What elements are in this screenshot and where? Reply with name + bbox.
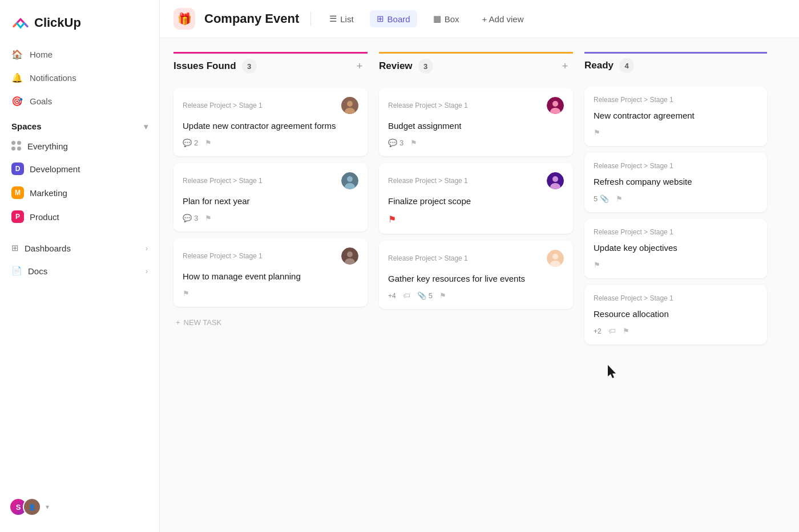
flag-stat: ⚑ <box>205 139 212 147</box>
card-stage: Release Project > Stage 1 <box>594 228 673 236</box>
tab-board[interactable]: ⊞ Board <box>370 10 417 27</box>
sidebar: ClickUp 🏠 Home 🔔 Notifications 🎯 Goals S… <box>0 0 160 532</box>
docs-icon: 📄 <box>11 266 22 276</box>
docs-arrow-icon: › <box>146 267 148 275</box>
sidebar-item-everything[interactable]: Everything <box>5 136 155 156</box>
clickup-logo-icon <box>11 14 30 32</box>
sidebar-sections: ⊞ Dashboards › 📄 Docs › <box>0 233 159 282</box>
sidebar-item-development[interactable]: D Development <box>5 157 155 180</box>
new-task-button[interactable]: + NEW TASK <box>173 314 368 331</box>
flag-red-icon: ⚑ <box>388 214 396 225</box>
flag-stat: ⚑ <box>594 128 600 137</box>
column-issues: Issues Found 3 + Release Project > Stage… <box>173 52 368 518</box>
goals-icon: 🎯 <box>11 96 23 107</box>
everything-icon <box>11 141 22 151</box>
card-budget-assignment[interactable]: Release Project > Stage 1 Budget assignm… <box>379 88 573 156</box>
issues-add-button[interactable]: + <box>352 58 368 74</box>
avatar <box>547 172 564 189</box>
add-view-label: + Add view <box>482 14 524 24</box>
chevron-down-icon: ▾ <box>144 122 148 131</box>
card-plan-next-year[interactable]: Release Project > Stage 1 Plan for next … <box>173 163 368 232</box>
comment-icon: 💬 <box>183 139 192 147</box>
paperclip-icon: 📎 <box>600 194 609 203</box>
sidebar-item-product[interactable]: P Product <box>5 205 155 228</box>
card-meta: Release Project > Stage 1 <box>183 172 358 189</box>
sidebar-notifications-label: Notifications <box>30 73 76 83</box>
review-add-button[interactable]: + <box>557 58 573 74</box>
card-stage: Release Project > Stage 1 <box>388 254 468 262</box>
avatar <box>547 250 564 267</box>
home-icon: 🏠 <box>11 49 23 60</box>
sidebar-nav: 🏠 Home 🔔 Notifications 🎯 Goals <box>0 43 159 112</box>
card-title: Gather key resources for live events <box>388 273 564 285</box>
chevron-down-small-icon: ▾ <box>46 503 49 511</box>
flag-stat: ⚑ <box>205 214 212 222</box>
sidebar-item-goals[interactable]: 🎯 Goals <box>5 90 155 112</box>
card-finalize-scope[interactable]: Release Project > Stage 1 Finalize proje… <box>379 163 573 234</box>
tab-box[interactable]: ▦ Box <box>426 10 466 27</box>
card-title: Budget assignment <box>388 120 564 132</box>
card-title: Resource allocation <box>594 308 758 320</box>
card-stage: Release Project > Stage 1 <box>183 101 263 109</box>
card-footer: ⚑ <box>594 261 758 269</box>
sidebar-item-home[interactable]: 🏠 Home <box>5 43 155 66</box>
spaces-header[interactable]: Spaces ▾ <box>0 112 159 136</box>
card-footer: 💬 2 ⚑ <box>183 139 358 147</box>
card-resource-allocation[interactable]: Release Project > Stage 1 Resource alloc… <box>584 285 767 344</box>
project-title: Company Event <box>204 11 299 26</box>
avatar <box>341 97 358 114</box>
extra-count-stat: +2 <box>594 327 602 335</box>
user-avatar-img <box>341 97 358 114</box>
main-content: 🎁 Company Event ☰ List ⊞ Board ▦ Box + A… <box>160 0 799 532</box>
tab-list[interactable]: ☰ List <box>322 10 360 27</box>
card-refresh-website[interactable]: Release Project > Stage 1 Refresh compan… <box>584 153 767 212</box>
avatar <box>341 247 358 265</box>
review-title: Review <box>379 60 413 72</box>
comment-icon: 💬 <box>183 214 192 222</box>
sidebar-item-docs[interactable]: 📄 Docs › <box>5 260 155 282</box>
logo[interactable]: ClickUp <box>0 9 159 43</box>
flag-icon: ⚑ <box>183 289 189 298</box>
flag-stat: ⚑ <box>439 291 446 300</box>
flag-icon: ⚑ <box>410 139 417 147</box>
dashboards-icon: ⊞ <box>11 243 19 253</box>
card-footer: 5 📎 ⚑ <box>594 194 758 203</box>
avatar-group: S 👤 <box>9 498 41 516</box>
card-update-contractor[interactable]: Release Project > Stage 1 Update new con… <box>173 88 368 156</box>
flag-stat: ⚑ <box>623 327 629 335</box>
marketing-label: Marketing <box>30 188 67 198</box>
avatar-secondary: 👤 <box>23 498 41 516</box>
comment-stat: 💬 2 <box>183 139 198 147</box>
header-divider <box>310 12 311 26</box>
board-icon: ⊞ <box>377 14 384 24</box>
sidebar-item-dashboards[interactable]: ⊞ Dashboards › <box>5 237 155 259</box>
card-new-contractor-agreement[interactable]: Release Project > Stage 1 New contractor… <box>584 87 767 146</box>
flag-icon: ⚑ <box>623 327 629 335</box>
sidebar-item-marketing[interactable]: M Marketing <box>5 181 155 204</box>
card-meta: Release Project > Stage 1 <box>388 172 564 189</box>
box-label: Box <box>445 14 459 24</box>
extra-count-stat: +4 <box>388 292 396 300</box>
card-meta: Release Project > Stage 1 <box>594 162 758 170</box>
spaces-list: Everything D Development M Marketing P P… <box>0 136 159 228</box>
flag-icon: ⚑ <box>205 214 212 222</box>
card-title: Plan for next year <box>183 195 358 207</box>
column-header-ready: Ready 4 <box>584 52 767 80</box>
project-icon: 🎁 <box>173 8 195 30</box>
sidebar-footer[interactable]: S 👤 ▾ <box>0 491 159 523</box>
card-gather-resources[interactable]: Release Project > Stage 1 Gather key res… <box>379 241 573 309</box>
sidebar-home-label: Home <box>30 50 53 59</box>
user-avatar-img <box>547 172 564 189</box>
avatar <box>341 172 358 189</box>
sidebar-item-notifications[interactable]: 🔔 Notifications <box>5 67 155 89</box>
card-update-objectives[interactable]: Release Project > Stage 1 Update key obj… <box>584 219 767 278</box>
avatar <box>547 97 564 114</box>
card-stage: Release Project > Stage 1 <box>594 294 673 302</box>
add-view-button[interactable]: + Add view <box>475 11 531 27</box>
card-footer: +4 🏷 📎 5 ⚑ <box>388 291 564 300</box>
flag-icon: ⚑ <box>205 139 212 147</box>
product-icon: P <box>11 210 24 223</box>
card-manage-event[interactable]: Release Project > Stage 1 How to manage … <box>173 238 368 307</box>
column-header-issues: Issues Found 3 + <box>173 52 368 81</box>
card-meta: Release Project > Stage 1 <box>594 228 758 236</box>
